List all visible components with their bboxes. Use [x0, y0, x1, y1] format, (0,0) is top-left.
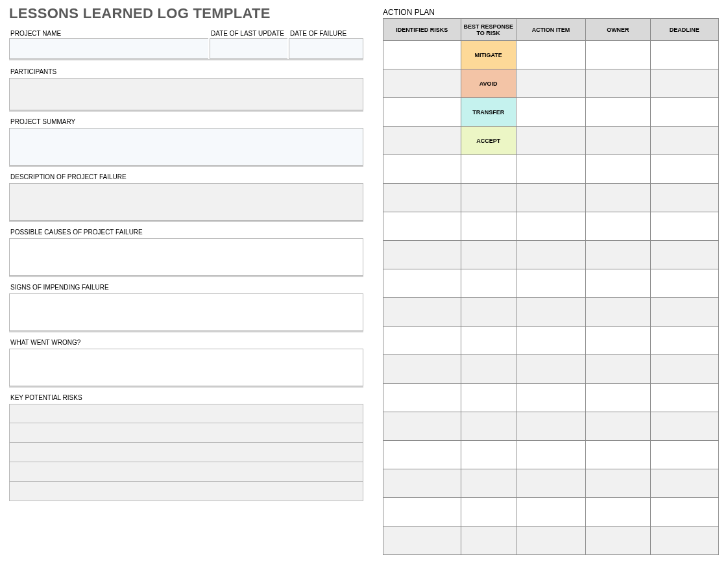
- cell-action-item[interactable]: [516, 269, 585, 298]
- cell-owner[interactable]: [586, 212, 650, 241]
- cell-action-item[interactable]: [516, 241, 585, 269]
- possible-causes-field[interactable]: [9, 238, 363, 276]
- cell-identified-risk[interactable]: [383, 98, 461, 127]
- cell-deadline[interactable]: [650, 69, 718, 98]
- key-risk-row[interactable]: [9, 423, 363, 443]
- cell-owner[interactable]: [586, 69, 650, 98]
- cell-best-response[interactable]: ACCEPT: [461, 127, 516, 155]
- cell-action-item[interactable]: [516, 355, 585, 384]
- key-risk-row[interactable]: [9, 482, 363, 501]
- cell-best-response[interactable]: TRANSFER: [461, 98, 516, 127]
- cell-action-item[interactable]: [516, 184, 585, 212]
- cell-identified-risk[interactable]: [383, 441, 461, 469]
- participants-field[interactable]: [9, 78, 363, 110]
- cell-owner[interactable]: [586, 241, 650, 269]
- cell-best-response[interactable]: [461, 241, 516, 269]
- cell-deadline[interactable]: [650, 327, 718, 355]
- cell-best-response[interactable]: [461, 384, 516, 412]
- cell-action-item[interactable]: [516, 212, 585, 241]
- cell-owner[interactable]: [586, 498, 650, 527]
- cell-identified-risk[interactable]: [383, 384, 461, 412]
- cell-owner[interactable]: [586, 41, 650, 69]
- cell-identified-risk[interactable]: [383, 212, 461, 241]
- cell-deadline[interactable]: [650, 441, 718, 469]
- cell-identified-risk[interactable]: [383, 69, 461, 98]
- cell-action-item[interactable]: [516, 527, 585, 555]
- cell-owner[interactable]: [586, 412, 650, 441]
- cell-deadline[interactable]: [650, 98, 718, 127]
- cell-best-response[interactable]: [461, 155, 516, 184]
- cell-action-item[interactable]: [516, 69, 585, 98]
- cell-best-response[interactable]: [461, 327, 516, 355]
- cell-deadline[interactable]: [650, 298, 718, 327]
- cell-best-response[interactable]: [461, 212, 516, 241]
- cell-best-response[interactable]: [461, 469, 516, 498]
- project-name-field[interactable]: [9, 38, 208, 59]
- cell-owner[interactable]: [586, 441, 650, 469]
- cell-owner[interactable]: [586, 298, 650, 327]
- cell-deadline[interactable]: [650, 384, 718, 412]
- cell-action-item[interactable]: [516, 384, 585, 412]
- desc-failure-field[interactable]: [9, 183, 363, 221]
- cell-deadline[interactable]: [650, 241, 718, 269]
- cell-best-response[interactable]: AVOID: [461, 69, 516, 98]
- cell-identified-risk[interactable]: [383, 155, 461, 184]
- date-last-update-field[interactable]: [210, 38, 287, 59]
- cell-deadline[interactable]: [650, 498, 718, 527]
- project-summary-field[interactable]: [9, 128, 363, 166]
- cell-identified-risk[interactable]: [383, 298, 461, 327]
- cell-best-response[interactable]: [461, 527, 516, 555]
- cell-action-item[interactable]: [516, 41, 585, 69]
- cell-best-response[interactable]: [461, 441, 516, 469]
- cell-best-response[interactable]: MITIGATE: [461, 41, 516, 69]
- cell-identified-risk[interactable]: [383, 241, 461, 269]
- key-risk-row[interactable]: [9, 462, 363, 482]
- cell-action-item[interactable]: [516, 441, 585, 469]
- cell-deadline[interactable]: [650, 212, 718, 241]
- cell-action-item[interactable]: [516, 298, 585, 327]
- cell-identified-risk[interactable]: [383, 498, 461, 527]
- cell-deadline[interactable]: [650, 527, 718, 555]
- cell-deadline[interactable]: [650, 355, 718, 384]
- cell-best-response[interactable]: [461, 298, 516, 327]
- cell-best-response[interactable]: [461, 355, 516, 384]
- cell-owner[interactable]: [586, 127, 650, 155]
- cell-identified-risk[interactable]: [383, 527, 461, 555]
- cell-owner[interactable]: [586, 98, 650, 127]
- cell-deadline[interactable]: [650, 184, 718, 212]
- key-risk-row[interactable]: [9, 404, 363, 423]
- cell-identified-risk[interactable]: [383, 355, 461, 384]
- cell-best-response[interactable]: [461, 412, 516, 441]
- cell-identified-risk[interactable]: [383, 184, 461, 212]
- cell-identified-risk[interactable]: [383, 41, 461, 69]
- what-went-wrong-field[interactable]: [9, 349, 363, 386]
- key-risk-row[interactable]: [9, 443, 363, 462]
- cell-owner[interactable]: [586, 469, 650, 498]
- cell-owner[interactable]: [586, 184, 650, 212]
- cell-deadline[interactable]: [650, 127, 718, 155]
- cell-action-item[interactable]: [516, 412, 585, 441]
- cell-action-item[interactable]: [516, 155, 585, 184]
- cell-action-item[interactable]: [516, 498, 585, 527]
- cell-deadline[interactable]: [650, 41, 718, 69]
- cell-owner[interactable]: [586, 527, 650, 555]
- cell-action-item[interactable]: [516, 327, 585, 355]
- cell-identified-risk[interactable]: [383, 469, 461, 498]
- cell-identified-risk[interactable]: [383, 412, 461, 441]
- cell-deadline[interactable]: [650, 269, 718, 298]
- cell-action-item[interactable]: [516, 98, 585, 127]
- cell-best-response[interactable]: [461, 498, 516, 527]
- cell-deadline[interactable]: [650, 469, 718, 498]
- cell-deadline[interactable]: [650, 155, 718, 184]
- cell-action-item[interactable]: [516, 127, 585, 155]
- date-failure-field[interactable]: [289, 38, 363, 59]
- cell-deadline[interactable]: [650, 412, 718, 441]
- cell-identified-risk[interactable]: [383, 327, 461, 355]
- cell-best-response[interactable]: [461, 184, 516, 212]
- cell-identified-risk[interactable]: [383, 127, 461, 155]
- cell-owner[interactable]: [586, 269, 650, 298]
- cell-action-item[interactable]: [516, 469, 585, 498]
- cell-owner[interactable]: [586, 155, 650, 184]
- cell-owner[interactable]: [586, 355, 650, 384]
- signs-field[interactable]: [9, 293, 363, 331]
